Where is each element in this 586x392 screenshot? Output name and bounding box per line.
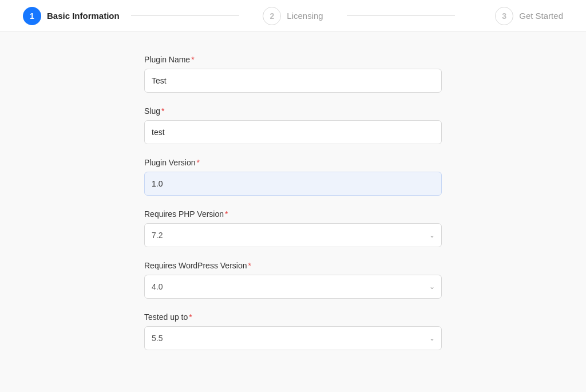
step-connector-2 <box>347 15 455 16</box>
main-content: Plugin Name* Slug* Plugin Version* Requi… <box>0 32 586 392</box>
slug-required: * <box>161 106 164 116</box>
requires-php-wrapper: 5.6 7.0 7.1 7.2 7.3 7.4 8.0 8.1 ⌄ <box>144 223 442 247</box>
step-2-label: Licensing <box>287 11 323 21</box>
tested-up-to-required: * <box>189 312 192 322</box>
step-2-circle: 2 <box>263 7 281 25</box>
requires-wp-group: Requires WordPress Version* 4.0 4.5 5.0 … <box>144 261 442 299</box>
requires-php-required: * <box>225 209 228 219</box>
step-3-label: Get Started <box>519 11 563 21</box>
slug-group: Slug* <box>144 106 442 144</box>
plugin-version-label: Plugin Version* <box>144 158 442 167</box>
step-1[interactable]: 1 Basic Information <box>23 7 131 25</box>
plugin-version-group: Plugin Version* <box>144 158 442 196</box>
step-3[interactable]: 3 Get Started <box>455 7 563 25</box>
requires-php-select[interactable]: 5.6 7.0 7.1 7.2 7.3 7.4 8.0 8.1 <box>144 223 442 247</box>
stepper-header: 1 Basic Information 2 Licensing 3 Get St… <box>0 0 586 32</box>
step-1-circle: 1 <box>23 7 41 25</box>
requires-wp-select[interactable]: 4.0 4.5 5.0 5.5 5.6 6.0 <box>144 275 442 299</box>
step-1-label: Basic Information <box>47 11 120 21</box>
requires-wp-required: * <box>248 261 251 270</box>
plugin-name-group: Plugin Name* <box>144 55 442 93</box>
plugin-name-input[interactable] <box>144 69 442 93</box>
step-2[interactable]: 2 Licensing <box>239 7 347 25</box>
plugin-name-label: Plugin Name* <box>144 55 442 64</box>
tested-up-to-wrapper: 5.0 5.1 5.2 5.3 5.4 5.5 5.6 6.0 ⌄ <box>144 326 442 350</box>
plugin-version-required: * <box>197 158 200 167</box>
requires-php-label: Requires PHP Version* <box>144 209 442 219</box>
step-connector-1 <box>131 15 239 16</box>
requires-wp-label: Requires WordPress Version* <box>144 261 442 270</box>
tested-up-to-label: Tested up to* <box>144 312 442 322</box>
tested-up-to-group: Tested up to* 5.0 5.1 5.2 5.3 5.4 5.5 5.… <box>144 312 442 350</box>
step-3-circle: 3 <box>495 7 513 25</box>
form-container: Plugin Name* Slug* Plugin Version* Requi… <box>144 55 442 369</box>
tested-up-to-select[interactable]: 5.0 5.1 5.2 5.3 5.4 5.5 5.6 6.0 <box>144 326 442 350</box>
slug-label: Slug* <box>144 106 442 116</box>
slug-input[interactable] <box>144 120 442 144</box>
plugin-version-input[interactable] <box>144 172 442 196</box>
plugin-name-required: * <box>191 55 194 64</box>
requires-php-group: Requires PHP Version* 5.6 7.0 7.1 7.2 7.… <box>144 209 442 247</box>
requires-wp-wrapper: 4.0 4.5 5.0 5.5 5.6 6.0 ⌄ <box>144 275 442 299</box>
